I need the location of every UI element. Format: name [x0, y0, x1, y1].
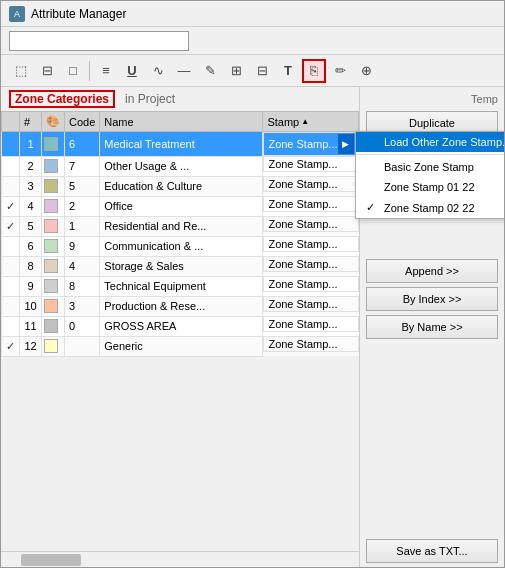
- col-color-icon: 🎨: [42, 112, 65, 132]
- table-button[interactable]: ⊟: [250, 59, 274, 83]
- search-input[interactable]: [9, 31, 189, 51]
- row-check: [2, 256, 20, 276]
- row-code: 1: [65, 216, 100, 236]
- row-code: 3: [65, 296, 100, 316]
- row-stamp[interactable]: Zone Stamp...: [263, 236, 358, 252]
- row-check: [2, 276, 20, 296]
- load-button[interactable]: ⬚: [9, 59, 33, 83]
- save-button[interactable]: ⊟: [35, 59, 59, 83]
- basic-zone-stamp-item[interactable]: Basic Zone Stamp: [356, 157, 504, 177]
- zone-table: # 🎨 Code Name Stamp ▲: [1, 111, 359, 357]
- stamp-text: Zone Stamp...: [268, 198, 337, 210]
- stamp-text: Zone Stamp...: [268, 178, 337, 190]
- color-swatch: [44, 319, 58, 333]
- blank-button[interactable]: □: [61, 59, 85, 83]
- row-code: 2: [65, 196, 100, 216]
- row-name: Other Usage & ...: [100, 156, 263, 176]
- table-row[interactable]: ✓51Residential and Re...Zone Stamp...: [2, 216, 359, 236]
- globe-button[interactable]: ⊕: [354, 59, 378, 83]
- stamp-text: Zone Stamp...: [268, 218, 337, 230]
- table-row[interactable]: 69Communication & ...Zone Stamp...: [2, 236, 359, 256]
- export-button[interactable]: ⎘: [302, 59, 326, 83]
- grid-button[interactable]: ⊞: [224, 59, 248, 83]
- by-name-button[interactable]: By Name >>: [366, 315, 498, 339]
- stamp-label: Stamp: [267, 116, 299, 128]
- search-bar: [1, 27, 504, 55]
- table-row[interactable]: 35Education & CultureZone Stamp...: [2, 176, 359, 196]
- row-stamp[interactable]: Zone Stamp...: [263, 316, 358, 332]
- left-panel: Zone Categories in Project # 🎨 Code: [1, 87, 359, 567]
- text-button[interactable]: T: [276, 59, 300, 83]
- row-name: Storage & Sales: [100, 256, 263, 276]
- row-name: Residential and Re...: [100, 216, 263, 236]
- table-row[interactable]: 110GROSS AREAZone Stamp...: [2, 316, 359, 336]
- table-row[interactable]: ✓12GenericZone Stamp...: [2, 336, 359, 356]
- append-button[interactable]: Append >>: [366, 259, 498, 283]
- row-code: 5: [65, 176, 100, 196]
- app-icon: A: [9, 6, 25, 22]
- by-index-button[interactable]: By Index >>: [366, 287, 498, 311]
- layers-button[interactable]: ≡: [94, 59, 118, 83]
- table-row[interactable]: 98Technical EquipmentZone Stamp...: [2, 276, 359, 296]
- pen-button[interactable]: ✏: [328, 59, 352, 83]
- row-stamp[interactable]: Zone Stamp...: [263, 216, 358, 232]
- row-code: 6: [65, 132, 100, 157]
- row-stamp[interactable]: Zone Stamp...: [263, 296, 358, 312]
- row-stamp[interactable]: Zone Stamp...: [263, 336, 358, 352]
- color-swatch: [44, 239, 58, 253]
- right-panel: Temp Duplicate Load Other Zone Stamp... …: [359, 87, 504, 567]
- attribute-manager-window: A Attribute Manager ⬚ ⊟ □ ≡ U ∿ — ✎ ⊞ ⊟ …: [0, 0, 505, 568]
- col-num: #: [20, 112, 42, 132]
- stamp-text: Zone Stamp...: [268, 138, 337, 150]
- toolbar: ⬚ ⊟ □ ≡ U ∿ — ✎ ⊞ ⊟ T ⎘ ✏ ⊕: [1, 55, 504, 87]
- zone-stamp-02-label: Zone Stamp 02 22: [384, 202, 475, 214]
- row-color: [42, 296, 65, 316]
- separator-1: [89, 61, 90, 81]
- zone-table-container[interactable]: # 🎨 Code Name Stamp ▲: [1, 111, 359, 551]
- row-color: [42, 216, 65, 236]
- row-color: [42, 336, 65, 356]
- row-check: [2, 132, 20, 157]
- color-swatch: [44, 137, 58, 151]
- zone-stamp-02-item[interactable]: ✓ Zone Stamp 02 22: [356, 197, 504, 218]
- row-stamp[interactable]: Zone Stamp...: [263, 256, 358, 272]
- dash-button[interactable]: —: [172, 59, 196, 83]
- row-num: 9: [20, 276, 42, 296]
- section-header: Zone Categories in Project: [1, 87, 359, 111]
- table-row[interactable]: 103Production & Rese...Zone Stamp...: [2, 296, 359, 316]
- wave-button[interactable]: ∿: [146, 59, 170, 83]
- stamp-arrow-button[interactable]: ▶: [338, 134, 354, 154]
- h-scroll-thumb[interactable]: [21, 554, 81, 566]
- row-name: Production & Rese...: [100, 296, 263, 316]
- save-as-txt-button[interactable]: Save as TXT...: [366, 539, 498, 563]
- table-row[interactable]: ✓42OfficeZone Stamp...: [2, 196, 359, 216]
- stamp-text: Zone Stamp...: [268, 238, 337, 250]
- table-row[interactable]: 84Storage & SalesZone Stamp...: [2, 256, 359, 276]
- col-stamp[interactable]: Stamp ▲: [263, 112, 359, 132]
- row-color: [42, 156, 65, 176]
- row-num: 11: [20, 316, 42, 336]
- row-num: 12: [20, 336, 42, 356]
- h-scrollbar[interactable]: [1, 551, 359, 567]
- table-row[interactable]: 16Medical TreatmentZone Stamp...▶: [2, 132, 359, 157]
- check-mark-4: ✓: [366, 201, 378, 214]
- col-check: [2, 112, 20, 132]
- row-color: [42, 276, 65, 296]
- row-stamp[interactable]: Zone Stamp...: [263, 276, 358, 292]
- row-check: [2, 296, 20, 316]
- color-swatch: [44, 259, 58, 273]
- underline-button[interactable]: U: [120, 59, 144, 83]
- dropdown-menu: Load Other Zone Stamp... Basic Zone Stam…: [355, 131, 504, 219]
- row-stamp[interactable]: Zone Stamp...▶: [263, 132, 358, 156]
- zone-stamp-01-item[interactable]: Zone Stamp 01 22: [356, 177, 504, 197]
- row-stamp[interactable]: Zone Stamp...: [263, 196, 358, 212]
- row-check: [2, 236, 20, 256]
- row-stamp[interactable]: Zone Stamp...: [263, 156, 358, 172]
- row-stamp[interactable]: Zone Stamp...: [263, 176, 358, 192]
- color-swatch: [44, 179, 58, 193]
- table-row[interactable]: 27Other Usage & ...Zone Stamp...: [2, 156, 359, 176]
- row-name: Communication & ...: [100, 236, 263, 256]
- row-num: 10: [20, 296, 42, 316]
- edit-button[interactable]: ✎: [198, 59, 222, 83]
- load-other-zone-stamp-item[interactable]: Load Other Zone Stamp...: [356, 132, 504, 152]
